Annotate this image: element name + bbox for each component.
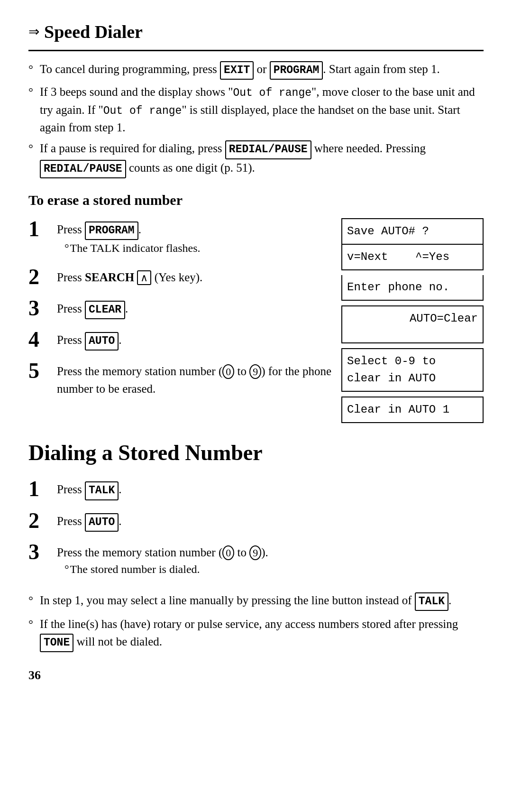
dialing-section-title: Dialing a Stored Number <box>28 437 484 469</box>
erase-step-3: 3 Press CLEAR. <box>28 297 332 319</box>
search-bold: SEARCH <box>85 271 134 284</box>
lcd-box-4: Select 0-9 to clear in AUTO <box>341 348 484 392</box>
dialing-steps: 1 Press TALK. 2 Press AUTO. 3 Press the … <box>28 478 484 578</box>
header-rule <box>28 50 484 51</box>
dial-step-content-2: Press AUTO. <box>57 510 122 532</box>
footer-bullet-2: If the line(s) has (have) rotary or puls… <box>28 616 484 652</box>
auto-kbd-step4: AUTO <box>85 332 119 351</box>
dial-step-1: 1 Press TALK. <box>28 478 484 500</box>
section-title: Speed Dialer <box>44 19 143 45</box>
dial-step-3: 3 Press the memory station number (0 to … <box>28 541 484 578</box>
dial-step-content-1: Press TALK. <box>57 478 122 500</box>
intro-bullet-2: If 3 beeps sound and the display shows "… <box>28 83 484 136</box>
out-of-range-mono2: Out of range <box>103 105 182 117</box>
step-num-2: 2 <box>28 266 52 288</box>
dial-num-9: 9 <box>249 545 261 560</box>
step-content-4: Press AUTO. <box>57 329 122 351</box>
lcd-box-1-top: Save AUTO# ? <box>341 218 484 245</box>
erase-step-4: 4 Press AUTO. <box>28 329 332 351</box>
footer-bullet-1: In step 1, you may select a line manuall… <box>28 592 484 611</box>
lcd-box-2: Enter phone no. <box>341 275 484 301</box>
step-num-3: 3 <box>28 297 52 319</box>
arrow-icon: ⇒ <box>28 22 39 42</box>
num-0-circle: 0 <box>222 364 234 379</box>
lcd-group-1: Save AUTO# ? v=Next ^=Yes <box>341 218 484 270</box>
erase-steps-left: 1 Press PROGRAM. The TALK indicator flas… <box>28 218 332 423</box>
footer-bullets: In step 1, you may select a line manuall… <box>28 592 484 652</box>
lcd-box-5: Clear in AUTO 1 <box>341 397 484 423</box>
dial-step-num-3: 3 <box>28 541 52 563</box>
erase-steps-right: Save AUTO# ? v=Next ^=Yes Enter phone no… <box>341 218 484 423</box>
step-num-1: 1 <box>28 218 52 240</box>
intro-bullet-1: To cancel during programming, press EXIT… <box>28 61 484 80</box>
intro-bullets: To cancel during programming, press EXIT… <box>28 61 484 178</box>
step-content-5: Press the memory station number (0 to 9)… <box>57 360 332 397</box>
num-9-circle: 9 <box>249 364 261 379</box>
erase-step-1: 1 Press PROGRAM. The TALK indicator flas… <box>28 218 332 257</box>
redial-pause-kbd1: REDIAL/PAUSE <box>225 140 311 159</box>
dial-step-content-3: Press the memory station number (0 to 9)… <box>57 541 268 578</box>
talk-kbd-footer: TALK <box>415 592 448 611</box>
tone-kbd: TONE <box>40 634 73 652</box>
lcd-box-3: AUTO=Clear <box>341 305 484 343</box>
clear-kbd: CLEAR <box>85 301 125 319</box>
dial-step-num-1: 1 <box>28 478 52 500</box>
dial-num-0: 0 <box>222 545 234 560</box>
out-of-range-mono1: Out of range <box>233 87 311 99</box>
exit-kbd: EXIT <box>220 61 254 80</box>
step-content-1: Press PROGRAM. The TALK indicator flashe… <box>57 218 201 257</box>
intro-bullet-3: If a pause is required for dialing, pres… <box>28 140 484 178</box>
erase-step-5: 5 Press the memory station number (0 to … <box>28 360 332 397</box>
dial-step3-sub: The stored number is dialed. <box>57 561 268 578</box>
step-num-4: 4 <box>28 329 52 351</box>
dial-step-num-2: 2 <box>28 510 52 532</box>
step1-sub: The TALK indicator flashes. <box>57 240 201 257</box>
auto-kbd-step2: AUTO <box>85 513 119 532</box>
step-content-2: Press SEARCH ∧ (Yes key). <box>57 266 202 286</box>
talk-kbd: TALK <box>85 481 119 500</box>
step-content-3: Press CLEAR. <box>57 297 128 319</box>
dial-step-2: 2 Press AUTO. <box>28 510 484 532</box>
search-symbol: ∧ <box>137 270 151 285</box>
redial-pause-kbd2: REDIAL/PAUSE <box>40 160 126 178</box>
page-number: 36 <box>28 666 484 684</box>
lcd-box-1-bottom: v=Next ^=Yes <box>341 245 484 270</box>
erase-section-title: To erase a stored number <box>28 190 484 211</box>
program-kbd: PROGRAM <box>270 61 323 80</box>
page-header: ⇒ Speed Dialer <box>28 19 484 45</box>
erase-step-2: 2 Press SEARCH ∧ (Yes key). <box>28 266 332 288</box>
program-kbd-step1: PROGRAM <box>85 221 138 240</box>
step-num-5: 5 <box>28 360 52 382</box>
erase-steps-container: 1 Press PROGRAM. The TALK indicator flas… <box>28 218 484 423</box>
